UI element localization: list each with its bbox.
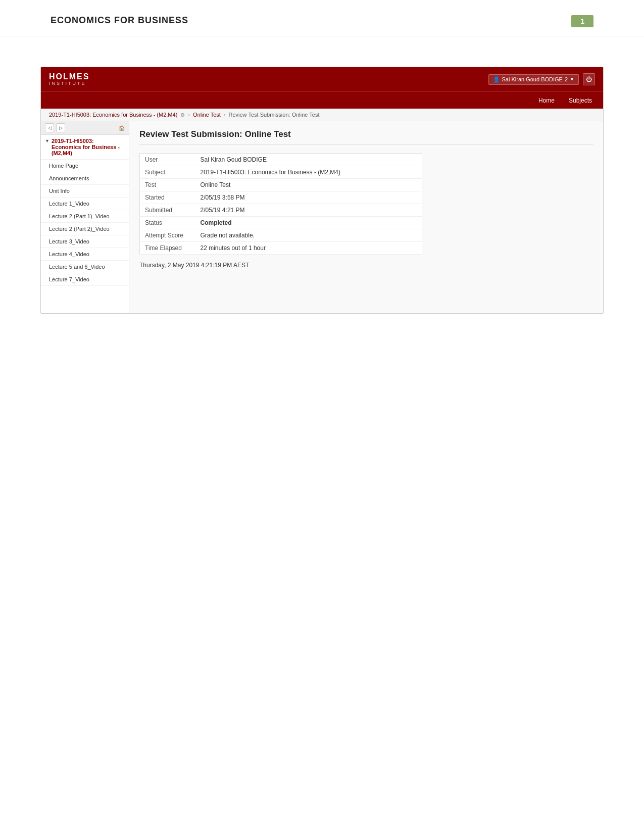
review-field-row: Time Elapsed22 minutes out of 1 hour <box>140 242 422 255</box>
review-field-label: Test <box>140 179 195 191</box>
logo-institute: INSTITUTE <box>49 81 89 86</box>
main-content: Review Test Submission: Online Test User… <box>129 121 603 313</box>
breadcrumb: 2019-T1-HI5003: Economics for Business -… <box>41 109 603 121</box>
lms-container: HOLMES INSTITUTE 👤 Sai Kiran Goud BODIGE… <box>40 67 604 314</box>
user-label: Sai Kiran Goud BODIGE <box>502 76 563 82</box>
logo-holmes: HOLMES <box>49 72 89 81</box>
sidebar-course-title[interactable]: ▼ 2019-T1-HI5003: Economics for Business… <box>41 135 129 160</box>
review-field-value: Completed <box>195 217 422 229</box>
review-field-value: 22 minutes out of 1 hour <box>195 242 422 255</box>
content-area: ◁ ▷ 🏠 ▼ 2019-T1-HI5003: Economics for Bu… <box>41 121 603 313</box>
page-number-badge: 1 <box>571 15 593 27</box>
dropdown-arrow-icon: ▼ <box>570 77 574 82</box>
sidebar-arrow-icon: ▼ <box>45 138 49 143</box>
review-field-value: Sai Kiran Goud BODIGE <box>195 154 422 166</box>
breadcrumb-sep-1: › <box>188 112 190 118</box>
review-field-row: StatusCompleted <box>140 217 422 229</box>
sidebar-menu-item[interactable]: Lecture 2 (Part 2)_Video <box>41 223 129 235</box>
sidebar: ◁ ▷ 🏠 ▼ 2019-T1-HI5003: Economics for Bu… <box>41 121 129 313</box>
review-field-value: 2019-T1-HI5003: Economics for Business -… <box>195 166 422 179</box>
review-field-value: Grade not available. <box>195 229 422 242</box>
review-field-row: Attempt ScoreGrade not available. <box>140 229 422 242</box>
logo[interactable]: HOLMES INSTITUTE <box>49 72 89 86</box>
review-field-label: Attempt Score <box>140 229 195 242</box>
review-field-value: 2/05/19 3:58 PM <box>195 191 422 204</box>
review-field-label: Submitted <box>140 204 195 217</box>
review-field-row: Subject2019-T1-HI5003: Economics for Bus… <box>140 166 422 179</box>
sidebar-header: ◁ ▷ 🏠 <box>41 121 129 135</box>
breadcrumb-section1[interactable]: Online Test <box>193 112 221 118</box>
user-number: 2 <box>565 76 568 82</box>
review-field-label: Time Elapsed <box>140 242 195 255</box>
second-nav: Home Subjects <box>41 91 603 109</box>
review-field-row: TestOnline Test <box>140 179 422 191</box>
sidebar-home-icon[interactable]: 🏠 <box>119 125 125 131</box>
sidebar-menu-item[interactable]: Lecture 4_Video <box>41 248 129 261</box>
settings-icon: ⚙ <box>180 112 185 118</box>
submission-timestamp: Thursday, 2 May 2019 4:21:19 PM AEST <box>139 262 593 269</box>
sidebar-menu-item[interactable]: Lecture 2 (Part 1)_Video <box>41 210 129 223</box>
sidebar-menu-item[interactable]: Announcements <box>41 172 129 185</box>
home-nav-link[interactable]: Home <box>535 95 558 106</box>
review-field-row: Started2/05/19 3:58 PM <box>140 191 422 204</box>
review-field-label: Status <box>140 217 195 229</box>
sidebar-menu-item[interactable]: Lecture 1_Video <box>41 198 129 210</box>
review-field-value: Online Test <box>195 179 422 191</box>
breadcrumb-sep-2: › <box>224 112 226 118</box>
sidebar-expand-icon[interactable]: ▷ <box>56 123 65 132</box>
sidebar-menu-item[interactable]: Lecture 5 and 6_Video <box>41 261 129 273</box>
breadcrumb-section2: Review Test Submission: Online Test <box>229 112 320 118</box>
sidebar-menu: Home PageAnnouncementsUnit InfoLecture 1… <box>41 160 129 286</box>
sidebar-collapse-icon[interactable]: ◁ <box>45 123 54 132</box>
sidebar-menu-item[interactable]: Lecture 7_Video <box>41 273 129 286</box>
review-field-label: Subject <box>140 166 195 179</box>
sidebar-menu-item[interactable]: Unit Info <box>41 185 129 198</box>
review-title: Review Test Submission: Online Test <box>139 129 593 145</box>
power-button[interactable]: ⏻ <box>583 73 595 85</box>
user-badge[interactable]: 👤 Sai Kiran Goud BODIGE 2 ▼ <box>488 74 579 85</box>
review-field-label: Started <box>140 191 195 204</box>
review-field-row: UserSai Kiran Goud BODIGE <box>140 154 422 166</box>
review-field-value: 2/05/19 4:21 PM <box>195 204 422 217</box>
page-title: ECONOMICS FOR BUSINESS <box>51 15 188 25</box>
sidebar-menu-item[interactable]: Lecture 3_Video <box>41 235 129 248</box>
sidebar-menu-item[interactable]: Home Page <box>41 160 129 172</box>
top-nav: HOLMES INSTITUTE 👤 Sai Kiran Goud BODIGE… <box>41 67 603 91</box>
nav-right: 👤 Sai Kiran Goud BODIGE 2 ▼ ⏻ <box>488 73 596 85</box>
review-field-label: User <box>140 154 195 166</box>
sidebar-icons: ◁ ▷ <box>45 123 65 132</box>
user-icon: 👤 <box>493 76 500 83</box>
breadcrumb-course[interactable]: 2019-T1-HI5003: Economics for Business -… <box>49 112 177 118</box>
subjects-nav-link[interactable]: Subjects <box>566 95 595 106</box>
sidebar-course-label: 2019-T1-HI5003: Economics for Business -… <box>52 138 125 156</box>
review-info-table: UserSai Kiran Goud BODIGESubject2019-T1-… <box>139 153 422 255</box>
review-field-row: Submitted2/05/19 4:21 PM <box>140 204 422 217</box>
